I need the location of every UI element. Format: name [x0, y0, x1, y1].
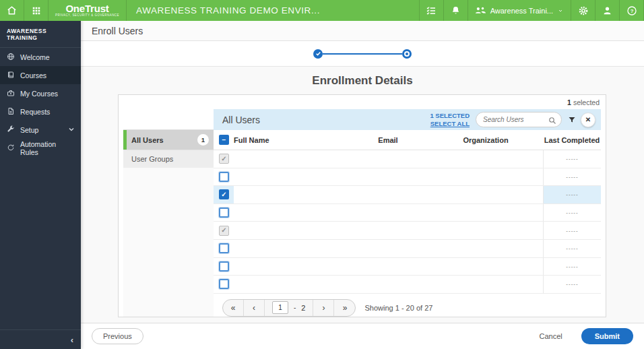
group-icon: [475, 6, 486, 15]
column-header-email[interactable]: Email: [348, 136, 428, 144]
sidebar-item-label: Automation Rules: [20, 140, 75, 156]
sidebar-item-courses[interactable]: Courses: [0, 66, 81, 84]
notifications-button[interactable]: [444, 0, 468, 21]
cell-organization: [428, 240, 543, 257]
pagination-dash: -: [294, 304, 296, 311]
pagination-first-button[interactable]: «: [223, 300, 244, 316]
svg-text:?: ?: [630, 7, 633, 13]
sidebar-item-label: Courses: [20, 71, 46, 80]
top-app-bar: OneTrust PRIVACY, SECURITY & GOVERNANCE …: [0, 0, 644, 21]
sidebar-item-welcome[interactable]: Welcome: [0, 48, 81, 66]
sidebar-item-requests[interactable]: Requests: [0, 102, 81, 121]
help-button[interactable]: ?: [620, 0, 644, 21]
column-header-last-completed[interactable]: Last Completed: [543, 136, 601, 144]
row-checkbox[interactable]: ✓: [219, 189, 229, 199]
checklist-icon: [426, 5, 437, 16]
collapse-chevron-icon: ‹: [71, 335, 73, 345]
row-checkbox[interactable]: [219, 243, 229, 253]
bell-icon: [451, 5, 461, 15]
tasks-button[interactable]: [420, 0, 444, 21]
cell-organization: [428, 222, 543, 239]
panel-item-label: All Users: [131, 136, 164, 144]
sidebar-item-label: Setup: [20, 126, 38, 134]
table-header-row: − Full Name Email Organization Last Comp…: [214, 130, 601, 150]
pagination-page-input[interactable]: [272, 301, 288, 314]
row-checkbox[interactable]: ✓: [219, 154, 229, 164]
selected-count-label: 1 SELECTED: [430, 112, 470, 119]
pagination-prev-button[interactable]: ‹: [244, 300, 265, 316]
check-icon: ✓: [221, 156, 226, 162]
workspace-selector[interactable]: Awareness Traini...: [468, 0, 571, 21]
document-icon: [7, 107, 15, 117]
cell-organization: [428, 258, 543, 276]
home-button[interactable]: [0, 0, 24, 21]
cell-last-completed: -----: [543, 222, 601, 239]
selected-count: 1: [567, 98, 571, 106]
close-icon: ✕: [585, 116, 591, 123]
cell-email: [348, 168, 428, 186]
row-checkbox[interactable]: [219, 208, 229, 218]
cell-email: [348, 150, 428, 168]
onetrust-logo[interactable]: OneTrust PRIVACY, SECURITY & GOVERNANCE: [49, 0, 127, 21]
table-row[interactable]: ✓ -----: [214, 186, 601, 204]
sidebar-title: AWARENESS TRAINING: [0, 21, 81, 48]
previous-button[interactable]: Previous: [92, 328, 143, 344]
brand-tagline: PRIVACY, SECURITY & GOVERNANCE: [55, 14, 119, 18]
cancel-button[interactable]: Cancel: [539, 332, 562, 340]
row-checkbox[interactable]: ✓: [219, 226, 229, 236]
sidebar-item-setup[interactable]: Setup: [0, 121, 81, 139]
step-current-indicator[interactable]: [402, 49, 412, 59]
cell-organization: [428, 168, 543, 186]
cell-email: [348, 186, 428, 203]
apps-grid-icon: [32, 6, 41, 15]
select-all-link[interactable]: SELECT ALL: [430, 120, 470, 127]
step-dot: [406, 53, 408, 55]
table-row[interactable]: -----: [214, 276, 601, 294]
check-icon: ✓: [221, 227, 226, 234]
automation-icon: [7, 144, 15, 153]
app-grid-button[interactable]: [24, 0, 49, 21]
table-row[interactable]: ✓ -----: [214, 150, 601, 168]
globe-icon: [7, 53, 15, 62]
pagination-bar: « ‹ - 2 › » Showing 1 - 20 of 27: [214, 294, 601, 317]
table-row[interactable]: -----: [214, 240, 601, 258]
row-checkbox[interactable]: [219, 261, 229, 272]
sidebar-item-my-courses[interactable]: My Courses: [0, 84, 81, 102]
table-row[interactable]: -----: [214, 258, 601, 276]
cell-last-completed: -----: [543, 204, 601, 222]
table-row[interactable]: ✓ -----: [214, 222, 601, 240]
sidebar-item-label: Requests: [20, 108, 50, 116]
user-source-panel: All Users 1 User Groups: [123, 109, 214, 317]
sidebar-item-automation-rules[interactable]: Automation Rules: [0, 139, 81, 157]
pagination-next-button[interactable]: ›: [313, 300, 334, 316]
pagination-last-button[interactable]: »: [334, 300, 355, 316]
panel-item-label: User Groups: [131, 155, 173, 163]
settings-button[interactable]: [571, 0, 595, 21]
wizard-footer: Previous Cancel Submit: [81, 323, 644, 349]
column-header-full-name[interactable]: Full Name: [234, 136, 348, 144]
wizard-stepper: [81, 41, 644, 67]
sidebar-collapse-button[interactable]: ‹: [0, 329, 81, 349]
table-row[interactable]: -----: [214, 204, 601, 222]
account-button[interactable]: [595, 0, 620, 21]
panel-item-all-users[interactable]: All Users 1: [123, 130, 214, 150]
section-heading: Enrollment Details: [81, 74, 644, 88]
toolbox-icon: [7, 89, 15, 98]
column-header-organization[interactable]: Organization: [428, 136, 543, 144]
app-title: AWARENESS TRAINING DEMO ENVIR...: [127, 0, 419, 21]
cell-last-completed: -----: [543, 168, 601, 186]
sidebar-item-label: My Courses: [20, 90, 58, 98]
row-checkbox[interactable]: [219, 279, 229, 289]
filter-button[interactable]: [568, 116, 576, 124]
submit-button[interactable]: Submit: [581, 328, 633, 344]
table-row[interactable]: -----: [214, 168, 601, 187]
row-checkbox[interactable]: [219, 172, 229, 182]
clear-filter-button[interactable]: ✕: [581, 113, 595, 127]
table-toolbar: All Users 1 SELECTED SELECT ALL ✕: [214, 109, 601, 130]
wrench-icon: [7, 125, 15, 135]
search-icon: [548, 115, 556, 127]
select-all-checkbox[interactable]: −: [219, 135, 229, 145]
brand-name: OneTrust: [65, 3, 108, 13]
step-complete-indicator[interactable]: [313, 49, 323, 59]
panel-item-user-groups[interactable]: User Groups: [123, 150, 214, 168]
